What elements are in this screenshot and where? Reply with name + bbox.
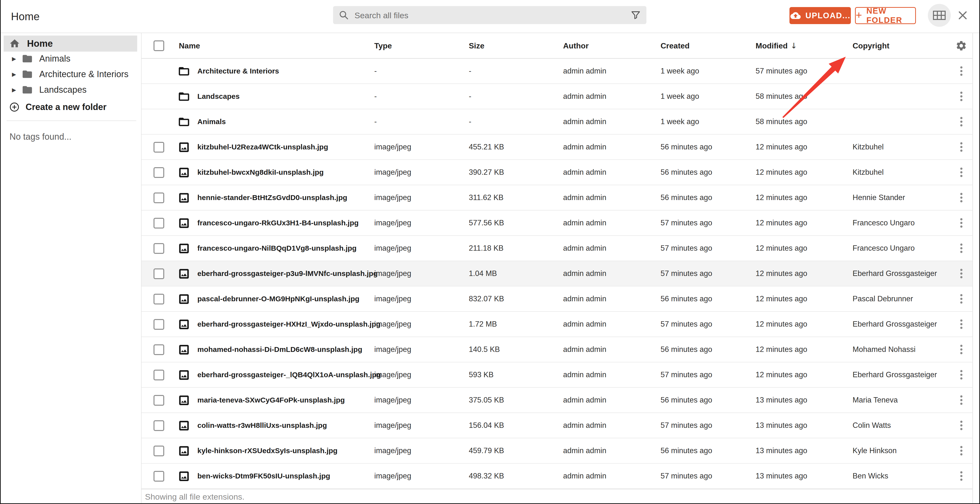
file-name[interactable]: mohamed-nohassi-Di-DmLD6cW8-unsplash.jpg: [197, 346, 362, 353]
row-checkbox[interactable]: [154, 370, 164, 380]
file-name[interactable]: eberhard-grossgasteiger-_lQB4QlX1oA-unsp…: [197, 371, 381, 379]
table-row-folder[interactable]: Landscapes - - admin admin 1 week ago 58…: [142, 84, 972, 109]
create-new-folder-link[interactable]: Create a new folder: [1, 99, 137, 115]
file-modified: 13 minutes ago: [756, 446, 807, 455]
column-header-copyright[interactable]: Copyright: [853, 41, 889, 50]
row-menu-icon[interactable]: [957, 90, 966, 103]
row-checkbox[interactable]: [154, 420, 164, 431]
column-header-author[interactable]: Author: [563, 41, 589, 50]
file-name[interactable]: kitzbuhel-U2Reza4WCtk-unsplash.jpg: [197, 143, 328, 151]
file-name[interactable]: kitzbuhel-bwcxNg8dkiI-unsplash.jpg: [197, 168, 324, 176]
search-input[interactable]: [354, 6, 611, 25]
file-name[interactable]: kyle-hinkson-rXSUedxSyIs-unsplash.jpg: [197, 447, 337, 455]
table-row[interactable]: francesco-ungaro-RkGUx3H1-B4-unsplash.jp…: [142, 211, 972, 236]
row-checkbox[interactable]: [154, 243, 164, 254]
table-row[interactable]: hennie-stander-BtHtZsGvdD0-unsplash.jpg …: [142, 185, 972, 211]
row-menu-icon[interactable]: [957, 115, 966, 128]
row-menu-icon[interactable]: [957, 166, 966, 179]
row-checkbox[interactable]: [154, 471, 164, 482]
column-header-name[interactable]: Type: [374, 41, 392, 50]
filter-icon[interactable]: [630, 10, 641, 21]
row-checkbox[interactable]: [154, 167, 164, 178]
table-row[interactable]: kyle-hinkson-rXSUedxSyIs-unsplash.jpg im…: [142, 438, 972, 464]
row-checkbox[interactable]: [154, 294, 164, 304]
sidebar-folder-item[interactable]: ▶ Animals: [1, 51, 137, 67]
file-modified: 12 minutes ago: [756, 370, 807, 379]
row-checkbox[interactable]: [154, 218, 164, 228]
table-row[interactable]: kitzbuhel-bwcxNg8dkiI-unsplash.jpg image…: [142, 160, 972, 185]
row-checkbox[interactable]: [154, 192, 164, 203]
row-checkbox[interactable]: [154, 142, 164, 152]
sidebar-item-home[interactable]: Home: [4, 35, 137, 52]
sidebar-folder-label: Landscapes: [39, 85, 86, 95]
create-new-folder-label: Create a new folder: [25, 102, 107, 112]
select-all-checkbox[interactable]: [154, 40, 164, 51]
grid-view-toggle-button[interactable]: [928, 4, 951, 27]
close-icon[interactable]: [957, 10, 969, 21]
row-menu-icon[interactable]: [957, 65, 966, 78]
column-header-modified[interactable]: Modified↓: [756, 41, 797, 51]
row-menu-icon[interactable]: [957, 191, 966, 204]
table-row[interactable]: colin-watts-r3wH8lliUxs-unsplash.jpg ima…: [142, 413, 972, 438]
upload-button[interactable]: UPLOAD...: [789, 7, 851, 24]
caret-right-icon[interactable]: ▶: [12, 56, 18, 62]
row-checkbox[interactable]: [154, 319, 164, 330]
file-name[interactable]: ben-wicks-Dtm9FK50sIU-unsplash.jpg: [197, 472, 330, 480]
row-menu-icon[interactable]: [957, 267, 966, 281]
folder-name[interactable]: Landscapes: [197, 92, 240, 100]
table-row[interactable]: ben-wicks-Dtm9FK50sIU-unsplash.jpg image…: [142, 464, 972, 489]
file-name[interactable]: pascal-debrunner-O-MG9HpNKgI-unsplash.jp…: [197, 295, 360, 303]
file-name[interactable]: hennie-stander-BtHtZsGvdD0-unsplash.jpg: [197, 193, 347, 202]
file-copyright: Eberhard Grossgasteiger: [853, 370, 937, 379]
row-menu-icon[interactable]: [957, 393, 966, 407]
column-header-size[interactable]: Size: [469, 41, 484, 50]
column-header-created[interactable]: Created: [660, 41, 690, 50]
row-type-icon: [178, 192, 190, 204]
sidebar-folder-label: Animals: [39, 54, 70, 64]
file-name[interactable]: eberhard-grossgasteiger-HXHzI_Wjxdo-unsp…: [197, 320, 380, 328]
row-menu-icon[interactable]: [957, 444, 966, 458]
table-row[interactable]: kitzbuhel-U2Reza4WCtk-unsplash.jpg image…: [142, 135, 972, 160]
row-menu-icon[interactable]: [957, 343, 966, 356]
folder-name[interactable]: Animals: [197, 117, 226, 126]
folder-name[interactable]: Architecture & Interiors: [197, 67, 279, 75]
table-row[interactable]: mohamed-nohassi-Di-DmLD6cW8-unsplash.jpg…: [142, 337, 972, 362]
column-settings-gear-icon[interactable]: [955, 40, 967, 52]
image-file-icon: [178, 293, 190, 305]
row-menu-icon[interactable]: [957, 292, 966, 306]
row-checkbox[interactable]: [154, 395, 164, 406]
plus-icon: +: [856, 9, 862, 21]
row-menu-icon[interactable]: [957, 140, 966, 154]
row-menu-icon[interactable]: [957, 419, 966, 432]
table-row[interactable]: eberhard-grossgasteiger-HXHzI_Wjxdo-unsp…: [142, 312, 972, 337]
row-menu-icon[interactable]: [957, 469, 966, 483]
table-row[interactable]: eberhard-grossgasteiger-_lQB4QlX1oA-unsp…: [142, 362, 972, 388]
row-menu-icon[interactable]: [957, 318, 966, 331]
sidebar-folder-item[interactable]: ▶ Architecture & Interiors: [1, 67, 137, 82]
table-row[interactable]: francesco-ungaro-NilBQqD1Vg8-unsplash.jp…: [142, 236, 972, 261]
column-header-name[interactable]: Name: [179, 41, 200, 50]
table-row-folder[interactable]: Architecture & Interiors - - admin admin…: [142, 59, 972, 84]
file-name[interactable]: francesco-ungaro-RkGUx3H1-B4-unsplash.jp…: [197, 219, 359, 227]
file-created: 56 minutes ago: [660, 295, 712, 303]
row-menu-icon[interactable]: [957, 368, 966, 382]
caret-right-icon[interactable]: ▶: [12, 71, 18, 78]
image-file-icon: [178, 394, 190, 406]
table-row[interactable]: maria-teneva-SXwCyG4FoPk-unsplash.jpg im…: [142, 388, 972, 413]
sidebar-folder-item[interactable]: ▶ Landscapes: [1, 82, 137, 98]
table-row[interactable]: pascal-debrunner-O-MG9HpNKgI-unsplash.jp…: [142, 287, 972, 312]
row-menu-icon[interactable]: [957, 242, 966, 255]
file-name[interactable]: eberhard-grossgasteiger-p3u9-lMVNfc-unsp…: [197, 269, 378, 278]
row-checkbox[interactable]: [154, 268, 164, 279]
row-menu-icon[interactable]: [957, 216, 966, 230]
row-checkbox[interactable]: [154, 445, 164, 456]
table-row-folder[interactable]: Animals - - admin admin 1 week ago 58 mi…: [142, 109, 972, 135]
new-folder-button[interactable]: + NEW FOLDER: [855, 7, 916, 24]
file-modified: 57 minutes ago: [756, 67, 807, 75]
caret-right-icon[interactable]: ▶: [12, 87, 18, 93]
table-row[interactable]: eberhard-grossgasteiger-p3u9-lMVNfc-unsp…: [142, 261, 972, 287]
file-name[interactable]: francesco-ungaro-NilBQqD1Vg8-unsplash.jp…: [197, 244, 356, 252]
file-name[interactable]: maria-teneva-SXwCyG4FoPk-unsplash.jpg: [197, 396, 345, 404]
row-checkbox[interactable]: [154, 344, 164, 355]
file-name[interactable]: colin-watts-r3wH8lliUxs-unsplash.jpg: [197, 421, 327, 430]
